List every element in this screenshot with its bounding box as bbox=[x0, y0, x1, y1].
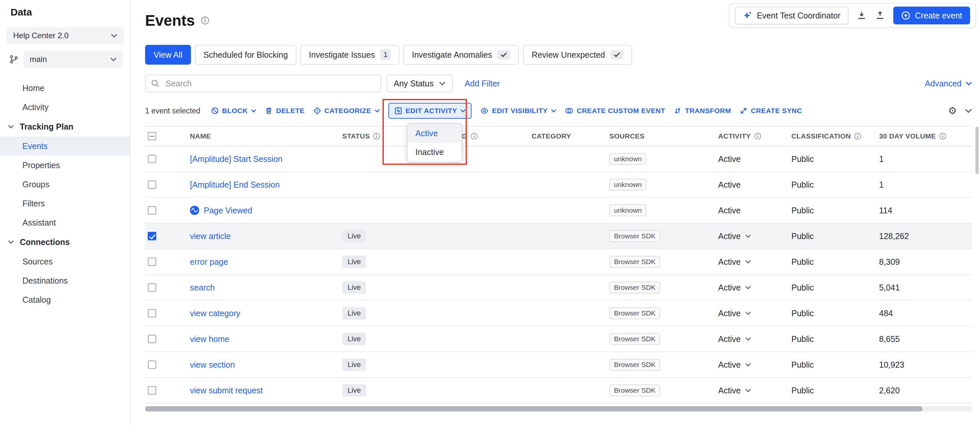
sidebar-item-destinations[interactable]: Destinations bbox=[0, 271, 130, 290]
row-checkbox[interactable] bbox=[148, 180, 156, 189]
row-checkbox[interactable] bbox=[148, 206, 156, 215]
horizontal-scrollbar-thumb[interactable] bbox=[145, 406, 923, 412]
activity-cell[interactable]: Active bbox=[716, 257, 789, 267]
activity-cell[interactable]: Active bbox=[716, 232, 789, 241]
activity-cell[interactable]: Active bbox=[716, 283, 789, 292]
table-row[interactable]: [Amplitude] End Session unknown Active P… bbox=[145, 172, 972, 198]
table-row[interactable]: [Amplitude] Start Session unknown Active… bbox=[145, 146, 972, 172]
event-name-link[interactable]: view category bbox=[190, 308, 240, 318]
sidebar-item-activity[interactable]: Activity bbox=[0, 98, 130, 117]
table-row[interactable]: error page Live Browser SDK Active Publi… bbox=[145, 249, 972, 275]
activity-cell[interactable]: Active bbox=[716, 154, 789, 164]
edit-activity-button[interactable]: EDIT ACTIVITY bbox=[388, 103, 471, 119]
event-name-link[interactable]: Page Viewed bbox=[204, 206, 252, 215]
sidebar-section-connections[interactable]: Connections bbox=[0, 232, 130, 252]
row-checkbox[interactable] bbox=[148, 232, 156, 240]
menu-item-active[interactable]: Active bbox=[407, 124, 461, 143]
column-header-sources[interactable]: SOURCES bbox=[607, 132, 716, 140]
sidebar-section-tracking-plan[interactable]: Tracking Plan bbox=[0, 117, 130, 137]
activity-cell[interactable]: Active bbox=[716, 206, 789, 215]
event-name-link[interactable]: search bbox=[190, 283, 215, 292]
activity-chevron-icon[interactable] bbox=[745, 286, 751, 289]
activity-cell[interactable]: Active bbox=[716, 334, 789, 344]
tab-review-unexpected[interactable]: Review Unexpected bbox=[523, 45, 632, 65]
tab-scheduled-for-blocking[interactable]: Scheduled for Blocking bbox=[195, 45, 296, 65]
edit-visibility-button[interactable]: EDIT VISIBILITY bbox=[480, 107, 556, 115]
chevron-down-icon[interactable] bbox=[965, 108, 972, 113]
upload-button[interactable] bbox=[875, 10, 885, 21]
tab-label: Investigate Issues bbox=[309, 50, 375, 60]
create-sync-button[interactable]: CREATE SYNC bbox=[740, 107, 802, 115]
sidebar-item-home[interactable]: Home bbox=[0, 78, 130, 98]
event-name-link[interactable]: view home bbox=[190, 334, 229, 344]
column-header-30-day-volume[interactable]: 30 DAY VOLUME bbox=[877, 132, 972, 140]
event-name-link[interactable]: view article bbox=[190, 232, 231, 241]
row-checkbox[interactable] bbox=[148, 283, 156, 292]
column-header-status[interactable]: STATUS bbox=[340, 132, 417, 140]
table-row[interactable]: view submit request Live Browser SDK Act… bbox=[145, 378, 972, 404]
create-custom-event-button[interactable]: CREATE CUSTOM EVENT bbox=[565, 107, 665, 115]
tab-investigate-issues[interactable]: Investigate Issues 1 bbox=[301, 45, 399, 65]
row-checkbox[interactable] bbox=[148, 309, 156, 318]
column-header-activity[interactable]: ACTIVITY bbox=[716, 132, 789, 140]
table-row[interactable]: view section Live Browser SDK Active Pub… bbox=[145, 352, 972, 378]
tab-investigate-anomalies[interactable]: Investigate Anomalies bbox=[403, 45, 519, 65]
event-name-link[interactable]: error page bbox=[190, 257, 228, 267]
table-row[interactable]: Page Viewed unknown Active Public 114 bbox=[145, 198, 972, 224]
activity-chevron-icon[interactable] bbox=[745, 337, 751, 341]
event-name-link[interactable]: view section bbox=[190, 360, 235, 370]
row-checkbox[interactable] bbox=[148, 386, 156, 395]
transform-button[interactable]: TRANSFORM bbox=[674, 107, 731, 115]
activity-chevron-icon[interactable] bbox=[745, 363, 751, 367]
table-row[interactable]: view category Live Browser SDK Active Pu… bbox=[145, 301, 972, 326]
sidebar-item-groups[interactable]: Groups bbox=[0, 175, 130, 194]
column-header-category[interactable]: CATEGORY bbox=[529, 132, 607, 140]
block-button[interactable]: BLOCK bbox=[211, 107, 256, 115]
activity-cell[interactable]: Active bbox=[716, 180, 789, 189]
table-row[interactable]: view home Live Browser SDK Active Public… bbox=[145, 326, 972, 352]
event-name-link[interactable]: [Amplitude] Start Session bbox=[190, 154, 283, 164]
activity-chevron-icon[interactable] bbox=[745, 260, 751, 264]
event-name-link[interactable]: view submit request bbox=[190, 386, 263, 395]
activity-cell[interactable]: Active bbox=[716, 360, 789, 370]
activity-chevron-icon[interactable] bbox=[745, 311, 751, 315]
event-name-link[interactable]: [Amplitude] End Session bbox=[190, 180, 280, 189]
vertical-scrollbar-thumb[interactable] bbox=[975, 127, 979, 174]
sidebar-item-assistant[interactable]: Assistant bbox=[0, 213, 130, 232]
branch-selector[interactable]: main bbox=[23, 51, 123, 68]
tab-view-all[interactable]: View All bbox=[145, 45, 191, 65]
event-test-coordinator-button[interactable]: Event Test Coordinator bbox=[735, 6, 848, 24]
status-filter-select[interactable]: Any Status bbox=[387, 75, 453, 92]
activity-chevron-icon[interactable] bbox=[745, 388, 751, 393]
row-checkbox[interactable] bbox=[148, 360, 156, 369]
sidebar-item-events[interactable]: Events bbox=[0, 137, 130, 156]
sidebar-item-filters[interactable]: Filters bbox=[0, 194, 130, 213]
add-filter-button[interactable]: Add Filter bbox=[465, 79, 500, 88]
search-input[interactable] bbox=[145, 75, 381, 92]
download-button[interactable] bbox=[856, 10, 867, 21]
sidebar-item-catalog[interactable]: Catalog bbox=[0, 290, 130, 309]
activity-cell[interactable]: Active bbox=[716, 308, 789, 318]
gear-icon[interactable]: ⚙ bbox=[948, 106, 957, 116]
row-checkbox[interactable] bbox=[148, 258, 156, 266]
activity-chevron-icon[interactable] bbox=[745, 234, 751, 238]
delete-button[interactable]: DELETE bbox=[265, 107, 304, 115]
column-header-name[interactable]: NAME bbox=[187, 132, 340, 140]
table-row[interactable]: view article Live Browser SDK Active Pub… bbox=[145, 224, 972, 249]
info-icon[interactable] bbox=[201, 16, 209, 25]
row-checkbox[interactable] bbox=[148, 155, 156, 163]
workspace-selector[interactable]: Help Center 2.0 bbox=[6, 27, 124, 44]
row-checkbox[interactable] bbox=[148, 335, 156, 343]
create-event-button[interactable]: Create event bbox=[893, 6, 970, 24]
sidebar-item-sources[interactable]: Sources bbox=[0, 252, 130, 271]
menu-item-inactive[interactable]: Inactive bbox=[407, 143, 461, 162]
column-header-classification[interactable]: CLASSIFICATION bbox=[789, 132, 877, 140]
select-all-checkbox[interactable] bbox=[148, 132, 156, 140]
volume-cell: 8,309 bbox=[877, 257, 972, 267]
table-row[interactable]: search Live Browser SDK Active Public 5,… bbox=[145, 275, 972, 301]
advanced-button[interactable]: Advanced bbox=[925, 79, 972, 88]
categorize-button[interactable]: CATEGORIZE bbox=[313, 107, 380, 115]
sidebar-item-properties[interactable]: Properties bbox=[0, 156, 130, 175]
activity-cell[interactable]: Active bbox=[716, 386, 789, 395]
block-label: BLOCK bbox=[222, 107, 248, 115]
